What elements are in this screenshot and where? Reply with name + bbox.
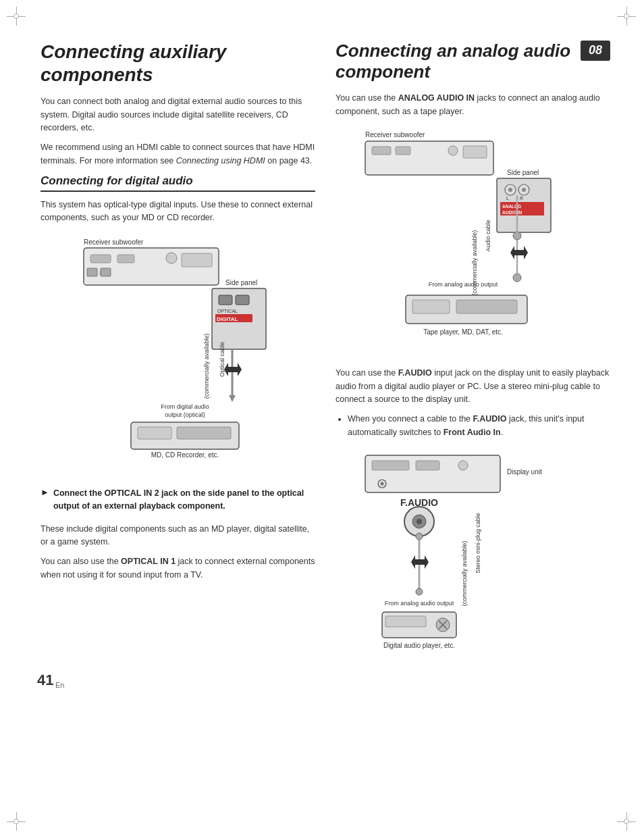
right-column: Connecting an analog audio component 08 … [336,41,610,667]
svg-rect-58 [372,461,409,470]
svg-point-60 [458,461,468,470]
corner-mark-bl [7,812,27,832]
faudio-text-1: You can use the F.AUDIO input jack on th… [336,367,610,406]
svg-rect-7 [87,268,97,276]
svg-rect-3 [117,255,134,263]
arrow-icon: ► [41,487,49,497]
sub-intro-text: This system has optical-type digital inp… [41,199,315,225]
page-lang: En [55,681,64,689]
instruction-bold-text: Connect the OPTICAL IN 2 jack on the sid… [53,487,315,513]
svg-text:From analog audio output: From analog audio output [384,600,454,607]
sub-title-digital: Connecting for digital audio [41,174,315,192]
optical-in1-text: You can also use the OPTICAL IN 1 jack t… [41,555,315,582]
svg-text:Digital audio player, etc.: Digital audio player, etc. [383,642,454,649]
svg-point-49 [513,274,521,282]
svg-text:Audio cable: Audio cable [485,220,491,252]
arrow-detail-text: These include digital components such as… [41,523,315,549]
svg-text:Optical cable: Optical cable [219,342,225,377]
section-badge: 08 [581,41,610,61]
svg-text:DIGITAL: DIGITAL [217,316,238,322]
corner-mark-br [617,812,637,832]
svg-text:Tape player, MD, DAT, etc.: Tape player, MD, DAT, etc. [423,328,503,336]
svg-point-62 [380,482,383,486]
svg-rect-33 [463,146,487,158]
intro-text-1: You can connect both analog and digital … [41,95,315,134]
svg-text:(commercially available): (commercially available) [203,334,210,399]
svg-rect-8 [101,268,111,276]
svg-rect-79 [385,616,426,627]
svg-text:Receiver subwoofer: Receiver subwoofer [84,238,144,246]
svg-text:OPTICAL: OPTICAL [217,309,238,313]
main-title: Connecting auxiliary components [41,41,315,86]
svg-rect-30 [372,147,391,155]
svg-rect-5 [182,253,212,267]
svg-marker-51 [510,246,528,259]
svg-text:From analog audio output: From analog audio output [428,281,498,288]
svg-text:Display unit: Display unit [507,468,542,476]
page-number: 41 [37,671,53,689]
svg-text:Side panel: Side panel [507,169,539,176]
svg-point-32 [448,146,458,155]
svg-text:R: R [520,196,523,201]
bullet-item-1: When you connect a cable to the F.AUDIO … [348,413,610,439]
svg-text:output (optical): output (optical) [165,411,205,418]
section-title-analog: Connecting an analog audio component 08 [336,41,610,82]
bullet-list: When you connect a cable to the F.AUDIO … [336,413,610,439]
svg-text:Receiver subwoofer: Receiver subwoofer [365,131,425,138]
svg-point-67 [417,519,422,524]
svg-rect-11 [219,295,232,305]
svg-text:Side panel: Side panel [225,279,257,286]
svg-rect-55 [456,300,517,313]
analog-audio-diagram-2: Display unit F.AUDIO Stereo mini-plug ca… [336,449,610,658]
svg-text:Stereo mini-plug cable: Stereo mini-plug cable [475,513,481,574]
svg-point-4 [166,253,177,263]
svg-text:From digital audio: From digital audio [161,403,209,410]
svg-text:(commercially available): (commercially available) [461,541,468,607]
svg-point-71 [416,533,423,540]
svg-point-39 [522,188,526,192]
digital-audio-diagram: Receiver subwoofer IN1 IN2 Side panel [41,234,315,478]
left-column: Connecting auxiliary components You can … [41,41,315,667]
svg-point-72 [416,588,423,595]
svg-text:L: L [506,196,509,201]
svg-text:AUDIO IN: AUDIO IN [502,210,522,215]
svg-text:ANALOG: ANALOG [502,204,521,209]
svg-text:MD, CD Recorder, etc.: MD, CD Recorder, etc. [151,451,219,459]
svg-rect-2 [90,255,111,263]
arrow-instruction: ► Connect the OPTICAL IN 2 jack on the s… [41,487,315,517]
svg-rect-12 [236,295,249,305]
svg-rect-59 [416,461,439,470]
analog-intro-text: You can use the ANALOG AUDIO IN jacks to… [336,92,610,118]
analog-audio-diagram-1: Receiver subwoofer Side panel L [336,128,610,357]
svg-point-47 [513,232,521,240]
intro-text-2: We recommend using an HDMI cable to conn… [41,141,315,168]
svg-rect-25 [138,427,171,439]
svg-point-37 [508,188,512,192]
svg-rect-54 [412,300,450,313]
svg-marker-20 [229,395,236,402]
svg-rect-31 [396,147,410,155]
svg-rect-26 [177,427,231,439]
